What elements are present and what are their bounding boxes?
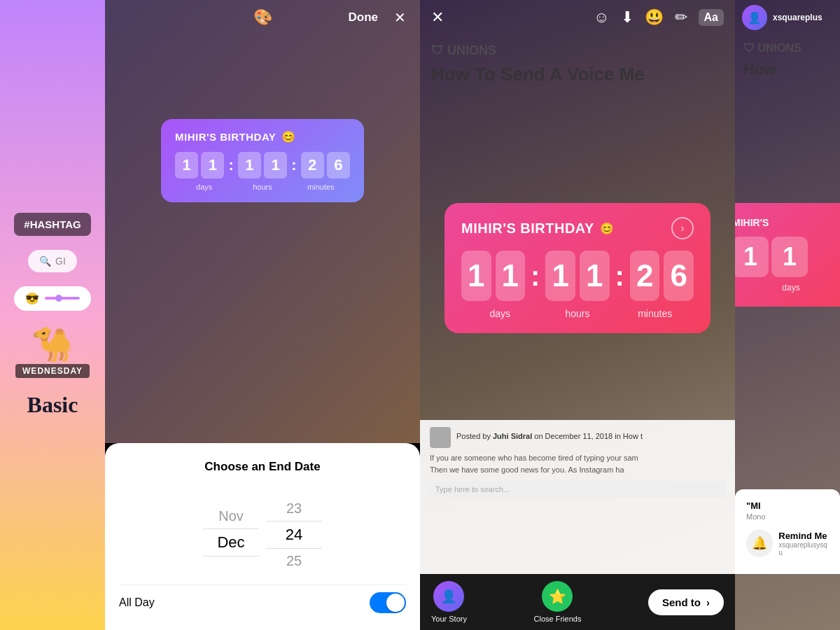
send-to-label: Send to [662, 596, 701, 608]
search-bar[interactable]: Type here to search... [430, 481, 725, 498]
toolbar-right-icons: ☺ ⬇ 😃 ✏ Aa [594, 8, 724, 27]
send-to-button[interactable]: Send to › [648, 589, 724, 615]
notification-panel: "MI Mono 🔔 Remind Me xsquareplusysqu [735, 489, 840, 574]
done-button[interactable]: Done [349, 10, 379, 24]
effects-icon[interactable]: 😃 [645, 8, 664, 27]
big-digit-5: 2 [630, 251, 660, 301]
hashtag-sticker[interactable]: #HASHTAG [14, 213, 90, 236]
text-tool-icon[interactable]: Aa [699, 9, 724, 26]
countdown-title-small: MIHIR'S BIRTHDAY [175, 131, 276, 143]
emoji-icon: 😎 [25, 292, 39, 305]
search-icon: 🔍 [39, 255, 51, 267]
web-header-area: 🛡 UNIONS How To Send A Voice Me [420, 35, 735, 94]
day-picker[interactable]: 23 24 25 [266, 496, 322, 573]
bottom-action-bar: 👤 Your Story ⭐ Close Friends Send to › [420, 574, 735, 630]
partial-title: MIHIR'S [735, 217, 840, 228]
sticker-editor-panel: 🎨 Done ✕ MIHIR'S BIRTHDAY 😊 1 1 : 1 1 : … [105, 0, 420, 630]
label-minutes-big: minutes [616, 308, 694, 319]
search-placeholder: Type here to search... [435, 485, 510, 493]
remind-label: Remind Me [778, 531, 829, 541]
author-avatar [430, 427, 451, 448]
partial-label-days: days [735, 283, 840, 293]
your-story-button[interactable]: 👤 Your Story [431, 581, 467, 623]
your-story-label: Your Story [431, 615, 467, 623]
search-sticker[interactable]: 🔍 GI [28, 250, 77, 272]
date-picker-row[interactable]: Nov Dec 23 24 25 [119, 485, 406, 584]
notif-sub: Mono [746, 512, 829, 521]
digit-6: 6 [327, 152, 350, 178]
month-picker[interactable]: Nov Dec [203, 504, 259, 565]
slider-thumb [55, 295, 62, 302]
partial-digit-2: 1 [771, 237, 808, 277]
countdown-big-emoji: 😊 [600, 222, 614, 235]
unions-logo: 🛡 UNIONS [431, 43, 724, 58]
all-day-toggle[interactable] [370, 592, 406, 613]
face-sticker-icon[interactable]: ☺ [594, 8, 609, 27]
right-avatar: 👤 [742, 5, 767, 30]
close-icon-main[interactable]: ✕ [431, 8, 444, 27]
month-selected[interactable]: Dec [203, 528, 259, 556]
label-days-big: days [461, 308, 539, 319]
month-prev[interactable]: Nov [203, 504, 259, 528]
emoji-slider-sticker[interactable]: 😎 [14, 286, 91, 311]
big-colon-2: : [615, 260, 624, 292]
countdown-big-title-row: MIHIR'S BIRTHDAY 😊 › [461, 217, 694, 239]
your-story-avatar: 👤 [433, 581, 464, 612]
draw-icon[interactable]: ✏ [675, 8, 687, 27]
close-friends-button[interactable]: ⭐ Close Friends [534, 581, 582, 623]
avatar-icon: 👤 [441, 589, 456, 604]
slider-track[interactable] [45, 297, 80, 300]
day-prev[interactable]: 23 [266, 496, 322, 521]
countdown-big-digits: 1 1 : 1 1 : 2 6 [461, 251, 694, 301]
big-digit-2: 1 [496, 251, 526, 301]
basic-sticker[interactable]: Basic [27, 392, 78, 418]
label-minutes-small: minutes [292, 183, 350, 191]
right-web-title: How [743, 60, 832, 78]
month-next[interactable] [203, 556, 259, 565]
day-selected[interactable]: 24 [266, 521, 322, 549]
right-unions-logo: 🛡 UNIONS [743, 42, 832, 55]
notif-username: xsquareplusysqu [778, 541, 829, 556]
author-info: Posted by Juhi Sidral on December 11, 20… [456, 432, 643, 440]
countdown-digits-small: 1 1 : 1 1 : 2 6 [175, 152, 350, 178]
big-digit-4: 1 [580, 251, 610, 301]
camel-sticker[interactable]: 🐪 WEDNESDAY [15, 325, 90, 378]
notif-bell-row: 🔔 Remind Me xsquareplusysqu [746, 529, 829, 557]
right-username: xsquareplus [773, 13, 822, 22]
colon-1: : [228, 156, 233, 174]
bg-overlay [105, 0, 420, 443]
sidebar-panel: #HASHTAG 🔍 GI 😎 🐪 WEDNESDAY Basic [0, 0, 105, 630]
camel-icon: 🐪 [31, 325, 74, 364]
partial-digit-1: 1 [735, 237, 769, 277]
sticker-bg: 🎨 Done ✕ MIHIR'S BIRTHDAY 😊 1 1 : 1 1 : … [105, 0, 420, 443]
big-digit-1: 1 [461, 251, 491, 301]
countdown-sticker-small[interactable]: MIHIR'S BIRTHDAY 😊 1 1 : 1 1 : 2 6 days … [161, 119, 364, 202]
digit-2: 1 [201, 152, 224, 178]
arrow-button[interactable]: › [671, 217, 694, 239]
all-day-label: All Day [119, 596, 155, 609]
big-digit-3: 1 [545, 251, 575, 301]
day-next[interactable]: 25 [266, 549, 322, 573]
basic-text: Basic [27, 392, 78, 417]
partial-digits: 1 1 [735, 237, 840, 277]
close-button[interactable]: ✕ [394, 9, 406, 26]
countdown-big-title: MIHIR'S BIRTHDAY [461, 220, 594, 237]
download-icon[interactable]: ⬇ [621, 8, 634, 27]
notif-title: "MI [746, 500, 829, 511]
web-title-main: How To Send A Voice Me [431, 64, 724, 85]
big-digit-6: 6 [664, 251, 694, 301]
article-body: If you are someone who has become tired … [430, 452, 725, 475]
hashtag-text: #HASHTAG [24, 218, 80, 230]
right-toolbar: 👤 xsquareplus [735, 0, 840, 35]
search-text: GI [55, 255, 66, 267]
main-toolbar: ✕ ☺ ⬇ 😃 ✏ Aa [420, 0, 735, 35]
bell-icon[interactable]: 🔔 [746, 529, 773, 557]
right-partial-panel: 👤 xsquareplus 🛡 UNIONS How MIHIR'S 1 1 d… [735, 0, 840, 630]
digit-1: 1 [175, 152, 198, 178]
digit-5: 2 [301, 152, 324, 178]
all-day-row: All Day [119, 584, 406, 613]
countdown-sticker-big[interactable]: MIHIR'S BIRTHDAY 😊 › 1 1 : 1 1 : 2 6 day… [444, 203, 710, 333]
colon-2: : [291, 156, 296, 174]
color-wheel-icon[interactable]: 🎨 [253, 8, 272, 27]
label-hours-big: hours [539, 308, 617, 319]
